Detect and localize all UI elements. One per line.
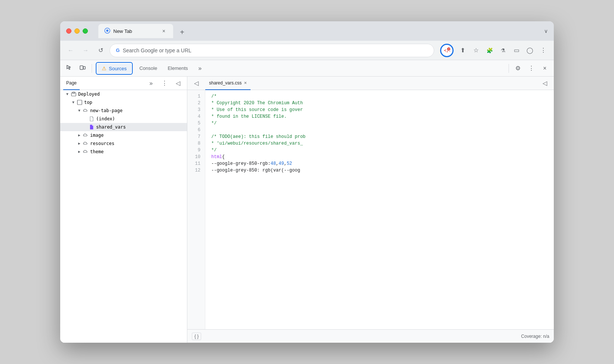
code-editor[interactable]: /* * Copyright 2020 The Chromium Auth * …	[205, 90, 554, 329]
navigator-icon: ◁	[194, 80, 199, 87]
tab-close-button[interactable]: ×	[160, 28, 167, 34]
extensions-icon: 🧩	[486, 47, 493, 53]
sources-tab[interactable]: ⚠ Sources	[97, 64, 131, 73]
toggle-navigator-button[interactable]: ◁	[190, 77, 202, 89]
menu-icon: ⋮	[540, 47, 546, 54]
tree-item-theme[interactable]: ▶ theme	[60, 148, 187, 156]
code-line-4: * found in the LICENSE file.	[205, 113, 554, 120]
line-num-9: 9	[187, 147, 205, 154]
bookmark-button[interactable]: ☆	[470, 44, 482, 56]
browser-tab[interactable]: New Tab ×	[98, 24, 173, 38]
address-bar[interactable]: G Search Google or type a URL	[110, 44, 434, 57]
line-num-4: 4	[187, 113, 205, 120]
elements-tab[interactable]: Elements	[163, 60, 192, 77]
line-num-8: 8	[187, 140, 205, 147]
forward-button[interactable]: →	[80, 44, 92, 56]
devtools-more-button[interactable]: ⋮	[525, 62, 537, 74]
code-line-7: /* TODO(aee): this file should prob	[205, 133, 554, 140]
ntp-arrow: ▼	[78, 109, 83, 113]
tree-item-shared-vars[interactable]: ▶ shared_vars	[60, 123, 187, 131]
sources-panel: Page » ⋮ ◁	[60, 77, 187, 343]
minimize-button[interactable]	[74, 28, 80, 34]
collapse-sidebar-button[interactable]: ◁	[539, 77, 551, 89]
pretty-print-button[interactable]: { }	[192, 333, 201, 340]
more-tabs-button[interactable]: »	[194, 62, 206, 74]
tab-overflow-button[interactable]: ∨	[544, 28, 548, 34]
collapse-panel-button[interactable]: ◁	[172, 77, 184, 89]
sources-tab-label: Sources	[109, 66, 127, 71]
sources-overflow-button[interactable]: »	[145, 77, 157, 89]
sidebar-button[interactable]: ▭	[510, 44, 522, 56]
tree-item-image[interactable]: ▶ image	[60, 131, 187, 139]
line-num-3: 3	[187, 107, 205, 113]
toolbar-separator-2	[509, 64, 509, 73]
file-tab-shared-vars[interactable]: shared_vars.css ×	[205, 77, 251, 90]
svg-rect-7	[71, 93, 76, 96]
code-panel-right: ◁	[539, 77, 551, 89]
code-panel-footer: { } Coverage: n/a	[187, 329, 554, 343]
lab-icon: ⚗	[501, 47, 506, 53]
code-line-5: */	[205, 120, 554, 127]
shared-vars-label: shared_vars	[96, 124, 126, 130]
tree-item-index[interactable]: ▶ (index)	[60, 115, 187, 123]
address-text: Search Google or type a URL	[123, 47, 428, 53]
code-line-3: * Use of this source code is gover	[205, 107, 554, 113]
ntp-label: new-tab-page	[90, 108, 123, 113]
toolbar-right-actions: ⚙ ⋮ ×	[507, 62, 551, 74]
console-tab[interactable]: Console	[135, 60, 162, 77]
file-tab-close[interactable]: ×	[244, 80, 247, 86]
shared-vars-file-icon	[89, 124, 95, 130]
file-tab-label: shared_vars.css	[209, 80, 242, 86]
inspect-element-button[interactable]	[63, 62, 75, 74]
code-line-11: --google-grey-850-rgb: 48 , 49 , 52	[205, 160, 554, 167]
deployed-arrow: ▼	[66, 92, 71, 96]
close-button[interactable]	[66, 28, 71, 34]
theme-label: theme	[90, 149, 104, 154]
sources-more-icon: ⋮	[162, 80, 168, 87]
device-toolbar-button[interactable]	[77, 62, 89, 74]
top-label: top	[84, 100, 92, 105]
code-line-10: html {	[205, 154, 554, 160]
code-line-6	[205, 127, 554, 133]
image-arrow: ▶	[78, 133, 83, 138]
theme-cloud-icon	[83, 149, 89, 155]
tree-item-new-tab-page[interactable]: ▼ new-tab-page	[60, 107, 187, 115]
lab-button[interactable]: ⚗	[497, 44, 509, 56]
collapse-sidebar-icon: ◁	[543, 80, 547, 87]
page-tab[interactable]: Page	[63, 77, 80, 90]
svg-rect-9	[77, 100, 82, 105]
refresh-button[interactable]: ↺	[95, 44, 107, 56]
extensions-button[interactable]: 🧩	[483, 44, 495, 56]
devtools-toggle-button[interactable]: </> ✕	[440, 44, 454, 57]
google-icon: G	[116, 47, 120, 53]
menu-button[interactable]: ⋮	[537, 44, 549, 56]
devtools-area: ⚠ Sources Console Elements » ⚙ ⋮	[60, 60, 554, 343]
refresh-icon: ↺	[98, 47, 103, 54]
devtools-close-button[interactable]: ×	[539, 62, 551, 74]
code-content: 1 2 3 4 5 6 7 8 9 10 11 12	[187, 90, 554, 329]
tab-title: New Tab	[113, 28, 132, 34]
bookmark-icon: ☆	[473, 47, 479, 54]
browser-window: New Tab × + ∨ ← → ↺ G Search Google or t…	[60, 21, 554, 343]
back-button[interactable]: ←	[65, 44, 77, 56]
devtools-content: Page » ⋮ ◁	[60, 77, 554, 343]
maximize-button[interactable]	[83, 28, 88, 34]
code-line-12: --google-grey-850: rgb(var(--goog	[205, 167, 554, 174]
tab-favicon	[104, 28, 110, 35]
browser-actions: ⬆ ☆ 🧩 ⚗ ▭ ◯ ⋮	[457, 44, 549, 56]
tree-item-deployed[interactable]: ▼ Deployed	[60, 90, 187, 98]
tree-item-top[interactable]: ▼ top	[60, 98, 187, 107]
svg-rect-5	[80, 66, 83, 70]
line-num-6: 6	[187, 127, 205, 133]
share-button[interactable]: ⬆	[457, 44, 469, 56]
profile-button[interactable]: ◯	[524, 44, 536, 56]
sources-overflow-icon: »	[150, 80, 153, 87]
resources-arrow: ▶	[78, 141, 83, 146]
image-cloud-icon	[83, 132, 89, 138]
devtools-settings-button[interactable]: ⚙	[512, 62, 524, 74]
line-num-10: 10	[187, 154, 205, 160]
tree-item-resources[interactable]: ▶ resources	[60, 139, 187, 148]
traffic-lights	[66, 28, 88, 34]
sources-more-button[interactable]: ⋮	[159, 77, 171, 89]
new-tab-button[interactable]: +	[176, 26, 188, 38]
